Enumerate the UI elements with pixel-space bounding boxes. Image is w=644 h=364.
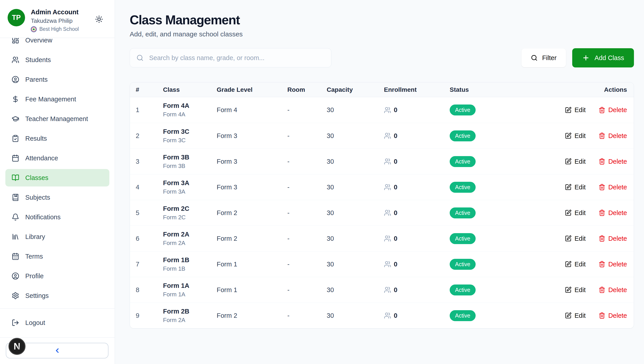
edit-button-label: Edit [574, 312, 586, 319]
capacity: 30 [327, 235, 384, 242]
edit-button[interactable]: Edit [565, 158, 586, 165]
capacity: 30 [327, 158, 384, 165]
class-name: Form 3A [163, 179, 217, 187]
sidebar-item-subjects[interactable]: Subjects [5, 189, 109, 206]
class-code: Form 3A [163, 188, 217, 195]
delete-button[interactable]: Delete [599, 106, 627, 114]
edit-pen-icon [565, 312, 572, 319]
class-name: Form 3C [163, 128, 217, 135]
column-header-class: Class [163, 86, 217, 93]
status-badge: Active [450, 208, 476, 218]
edit-button[interactable]: Edit [565, 235, 586, 242]
delete-button[interactable]: Delete [599, 312, 627, 319]
edit-button[interactable]: Edit [565, 209, 586, 216]
column-header-capacity: Capacity [327, 86, 384, 93]
sidebar-item-profile[interactable]: Profile [5, 267, 109, 285]
edit-button-label: Edit [574, 184, 586, 191]
calendar-days-icon [12, 252, 19, 260]
layout-dashboard-icon [12, 38, 19, 44]
enrollment-count: 0 [394, 106, 397, 114]
edit-button-label: Edit [574, 106, 586, 114]
capacity: 30 [327, 312, 384, 319]
logout-button[interactable]: Logout [5, 314, 109, 332]
search-input[interactable] [130, 48, 331, 68]
grade-level: Form 1 [217, 286, 287, 294]
edit-button-label: Edit [574, 209, 586, 216]
sidebar-nav: Overview Students Parents Fee Management… [0, 38, 115, 308]
status-badge: Active [450, 130, 476, 141]
enrollment-count: 0 [394, 260, 397, 268]
enrollment-count: 0 [394, 312, 397, 319]
user-circle-icon [12, 76, 19, 83]
row-number: 2 [136, 132, 163, 140]
edit-button[interactable]: Edit [565, 106, 586, 114]
sidebar-item-parents[interactable]: Parents [5, 71, 109, 88]
column-header-actions: Actions [555, 86, 627, 93]
grade-level: Form 1 [217, 260, 287, 268]
sidebar-item-library[interactable]: Library [5, 228, 109, 246]
delete-button-label: Delete [608, 209, 627, 216]
edit-pen-icon [565, 210, 572, 216]
add-class-button[interactable]: Add Class [572, 48, 634, 68]
delete-button-label: Delete [608, 106, 627, 114]
profile-person: Takudzwa Philip [31, 18, 79, 24]
delete-button[interactable]: Delete [599, 209, 627, 216]
users-icon [384, 106, 391, 114]
graduation-cap-icon [12, 115, 19, 122]
trash-icon [599, 312, 605, 319]
bell-icon [12, 213, 19, 221]
sidebar-item-notifications[interactable]: Notifications [5, 208, 109, 226]
row-number: 9 [136, 312, 163, 319]
status-badge: Active [450, 182, 476, 193]
class-code: Form 1A [163, 291, 217, 298]
class-name: Form 2A [163, 231, 217, 238]
delete-button[interactable]: Delete [599, 235, 627, 242]
delete-button[interactable]: Delete [599, 184, 627, 191]
nextjs-dev-badge[interactable]: N [9, 338, 26, 355]
delete-button[interactable]: Delete [599, 286, 627, 294]
profile-card: TP Admin Account Takudzwa Philip Best Hi… [0, 0, 115, 38]
sidebar-item-label: Results [25, 135, 47, 142]
edit-button[interactable]: Edit [565, 132, 586, 140]
row-number: 4 [136, 184, 163, 191]
delete-button[interactable]: Delete [599, 260, 627, 268]
enrollment-count: 0 [394, 132, 397, 140]
row-number: 6 [136, 235, 163, 242]
delete-button[interactable]: Delete [599, 132, 627, 140]
sidebar-item-terms[interactable]: Terms [5, 248, 109, 265]
clipboard-check-icon [12, 135, 19, 142]
sidebar-item-teacher-management[interactable]: Teacher Management [5, 110, 109, 128]
table-row: 7 Form 1B Form 1B Form 1 - 30 0 Active [130, 251, 634, 277]
users-icon [384, 235, 391, 242]
sidebar-item-fee-management[interactable]: Fee Management [5, 90, 109, 108]
edit-button[interactable]: Edit [565, 260, 586, 268]
class-code: Form 4A [163, 111, 217, 118]
class-name: Form 4A [163, 102, 217, 110]
class-code: Form 2C [163, 214, 217, 221]
delete-button-label: Delete [608, 260, 627, 268]
class-name: Form 2C [163, 205, 217, 212]
theme-toggle-button[interactable] [95, 15, 103, 23]
search-box [130, 48, 331, 68]
delete-button[interactable]: Delete [599, 158, 627, 165]
column-header-enrollment: Enrollment [384, 86, 450, 93]
sidebar-item-classes[interactable]: Classes [5, 169, 109, 186]
plus-icon [582, 54, 590, 62]
column-header-grade: Grade Level [217, 86, 287, 93]
sidebar-item-students[interactable]: Students [5, 51, 109, 68]
sidebar-item-overview[interactable]: Overview [5, 38, 109, 49]
table-row: 2 Form 3C Form 3C Form 3 - 30 0 Active [130, 123, 634, 148]
sidebar-item-attendance[interactable]: Attendance [5, 150, 109, 167]
users-icon [384, 286, 391, 294]
sidebar-item-results[interactable]: Results [5, 130, 109, 147]
users-icon [384, 132, 391, 139]
sidebar-item-label: Notifications [25, 214, 61, 221]
edit-button[interactable]: Edit [565, 286, 586, 294]
class-code: Form 2A [163, 240, 217, 246]
delete-button-label: Delete [608, 158, 627, 165]
edit-button[interactable]: Edit [565, 184, 586, 191]
filter-button[interactable]: Filter [521, 48, 566, 67]
class-code: Form 1B [163, 265, 217, 272]
sidebar-item-settings[interactable]: Settings [5, 287, 109, 304]
edit-button[interactable]: Edit [565, 312, 586, 319]
